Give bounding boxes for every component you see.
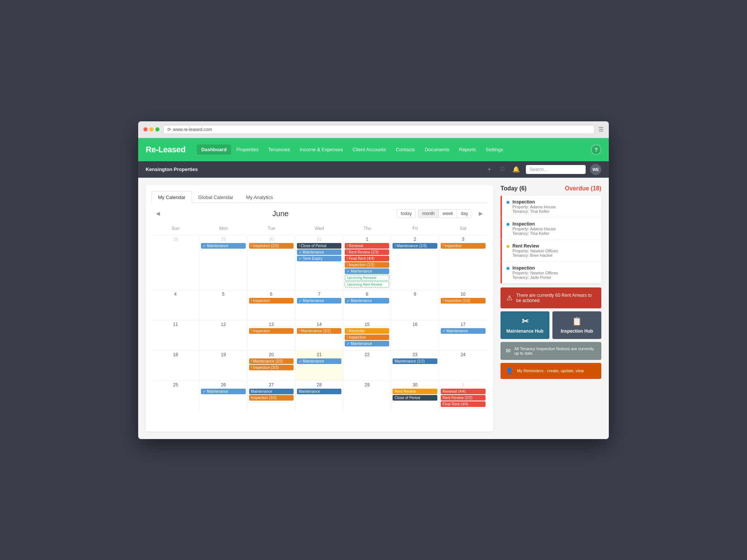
overdue-count[interactable]: Overdue (18) <box>565 185 601 192</box>
event-jun1-maintenance[interactable]: ✓ Maintenance <box>345 268 389 274</box>
event-jun15-reminder[interactable]: ! Reminder <box>345 328 389 334</box>
cal-cell-may28[interactable]: 28 <box>152 235 199 290</box>
help-button[interactable]: ? <box>591 144 601 155</box>
event-jun7-maintenance[interactable]: ✓ Maintenance <box>297 298 341 304</box>
heart-icon[interactable]: ♡ <box>498 164 506 174</box>
event-jun15-inspection[interactable]: ! Inspection <box>345 335 389 340</box>
cal-cell-jun21[interactable]: 21 ✓ Maintenance <box>295 351 343 380</box>
user-avatar[interactable]: WE <box>590 164 601 175</box>
event-item-3[interactable]: Rent Review Property: Newton Offices Ten… <box>500 240 601 262</box>
address-bar[interactable]: ⟳ www.re-leased.com <box>163 125 595 134</box>
event-may30-inspection[interactable]: ! Inspection (2/2) <box>249 243 294 249</box>
event-jul1-finalrent[interactable]: Final Rent (4/4) <box>441 401 486 407</box>
add-icon[interactable]: ＋ <box>485 164 494 175</box>
event-jun6-inspection[interactable]: ! Inspection <box>249 298 294 304</box>
tab-my-calendar[interactable]: My Calendar <box>152 191 192 203</box>
cal-cell-jun28[interactable]: 28 Maintenance <box>295 381 343 411</box>
event-may29-maintenance[interactable]: ✓ Maintenance <box>201 243 245 249</box>
cal-cell-jun18[interactable]: 18 <box>152 351 199 380</box>
view-day[interactable]: day <box>457 209 472 218</box>
event-jun1-finalrent[interactable]: ! Final Rent (4/4) <box>345 256 389 261</box>
nav-item-contacts[interactable]: Contacts <box>391 144 419 155</box>
cal-cell-may30[interactable]: 30 ! Inspection (2/2) <box>248 235 295 290</box>
bell-icon[interactable]: 🔔 <box>511 164 521 174</box>
cal-cell-may29[interactable]: 29 ✓ Maintenance <box>199 235 247 290</box>
maximize-dot[interactable] <box>155 127 159 131</box>
cal-cell-jun27[interactable]: 27 Maintenance Inspection (3/3) <box>248 381 295 411</box>
event-jun21-maintenance[interactable]: ✓ Maintenance <box>297 358 341 364</box>
view-week[interactable]: week <box>439 209 457 218</box>
event-jun3-inspection[interactable]: ! Inspection <box>441 243 486 249</box>
minimize-dot[interactable] <box>149 127 154 131</box>
cal-cell-jun6[interactable]: 6 ! Inspection <box>248 290 295 320</box>
event-jun20-maintenance[interactable]: ! Maintenance (2/2) <box>249 358 294 364</box>
cal-cell-jun22[interactable]: 22 <box>343 351 391 380</box>
event-jun30-close[interactable]: Close of Period <box>393 395 437 401</box>
nav-item-documents[interactable]: Documents <box>420 144 454 155</box>
nav-item-reports[interactable]: Reports <box>455 144 481 155</box>
cal-cell-jun11[interactable]: 11 <box>152 320 199 350</box>
view-month[interactable]: month <box>418 209 438 218</box>
hamburger-menu[interactable]: ☰ <box>598 126 604 133</box>
rent-arrears-alert[interactable]: ⚠ There are currently 60 Rent Arrears to… <box>500 287 601 308</box>
event-may31-close[interactable]: ! Close of Period <box>297 243 341 249</box>
prev-month-arrow[interactable]: ◄ <box>152 208 164 219</box>
event-jun1-renewal[interactable]: ! Renewal <box>345 243 389 249</box>
event-jul1-renewal[interactable]: Renewal (4/4) <box>441 389 486 394</box>
event-jun1-inspection[interactable]: ! Inspection (2/2) <box>345 262 389 268</box>
event-jun17-maintenance[interactable]: ✓ Maintenance <box>441 328 486 334</box>
cal-cell-jun29[interactable]: 29 <box>343 381 391 411</box>
tab-global-calendar[interactable]: Global Calendar <box>192 191 240 203</box>
tab-my-analytics[interactable]: My Analytics <box>240 191 279 203</box>
cal-cell-jun10[interactable]: 10 ! Inspection (2/2) <box>439 290 487 320</box>
event-jun13-inspection[interactable]: ! Inspection <box>249 328 294 334</box>
cal-cell-jun3[interactable]: 3 ! Inspection <box>439 235 487 290</box>
cal-cell-jun25[interactable]: 25 <box>152 381 199 411</box>
event-jun28-maintenance[interactable]: Maintenance <box>297 389 341 394</box>
event-jun20-inspection[interactable]: ! Inspection (3/3) <box>249 365 294 370</box>
event-jun10-inspection[interactable]: ! Inspection (2/2) <box>441 298 486 304</box>
cal-cell-jun7[interactable]: 7 ✓ Maintenance <box>295 290 343 320</box>
cal-cell-jun14[interactable]: 14 ! Maintenance (2/2) <box>295 320 343 350</box>
event-jun8-maintenance[interactable]: ✓ Maintenance <box>345 298 389 304</box>
event-jun15-maintenance[interactable]: ✓ Maintenance <box>345 341 389 346</box>
cal-cell-jun20[interactable]: 20 ! Maintenance (2/2) ! Inspection (3/3… <box>248 351 295 380</box>
event-item-4[interactable]: Inspection Property: Newton Offices Tena… <box>500 262 601 284</box>
event-jun23-maintenance[interactable]: Maintenance (1/2) <box>393 358 437 364</box>
event-jun30-rentreview[interactable]: Rent Review <box>393 389 437 394</box>
cal-cell-jun13[interactable]: 13 ! Inspection <box>248 320 295 350</box>
cal-cell-jun24[interactable]: 24 <box>439 351 487 380</box>
today-button[interactable]: today <box>397 209 416 218</box>
reminders-box[interactable]: 👤 My Reminders - create, update, view <box>500 363 601 379</box>
cal-cell-jun15[interactable]: 15 ! Reminder ! Inspection ✓ Maintenance <box>343 320 391 350</box>
cal-cell-jul1[interactable]: 1 Renewal (4/4) Rent Review (2/2) Final … <box>439 381 487 411</box>
cal-cell-may31[interactable]: 31 ! Close of Period ✓ Maintenance ✓ Ter… <box>295 235 343 290</box>
cal-cell-jun30[interactable]: 30 Rent Review Close of Period <box>391 381 439 411</box>
event-jun14-maintenance[interactable]: ! Maintenance (2/2) <box>297 328 341 334</box>
cal-cell-jun23[interactable]: 23 Maintenance (1/2) <box>391 351 439 380</box>
event-item-1[interactable]: Inspection Property: Adams House Tenancy… <box>500 196 601 218</box>
event-may31-term[interactable]: ✓ Term Expiry <box>297 256 341 261</box>
cal-cell-jun5[interactable]: 5 <box>199 290 247 320</box>
cal-cell-jun9[interactable]: 9 <box>391 290 439 320</box>
cal-cell-jun17[interactable]: 17 ✓ Maintenance <box>439 320 487 350</box>
cal-cell-jun8[interactable]: 8 ✓ Maintenance <box>343 290 391 320</box>
nav-item-tenancies[interactable]: Tenancies <box>264 144 295 155</box>
nav-item-dashboard[interactable]: Dashboard <box>197 144 231 155</box>
nav-item-properties[interactable]: Properties <box>232 144 263 155</box>
cal-cell-jun26[interactable]: 26 ✓ Maintenance <box>199 381 247 411</box>
inspection-hub-button[interactable]: 📋 Inspection Hub <box>552 311 601 339</box>
nav-item-income[interactable]: Income & Expenses <box>295 144 347 155</box>
cal-cell-jun19[interactable]: 19 <box>199 351 247 380</box>
search-box[interactable]: Search... <box>526 165 586 174</box>
event-jun26-maintenance[interactable]: ✓ Maintenance <box>201 389 245 394</box>
nav-item-settings[interactable]: Settings <box>481 144 508 155</box>
cal-cell-jun12[interactable]: 12 <box>199 320 247 350</box>
cal-cell-jun16[interactable]: 16 <box>391 320 439 350</box>
event-jun1-rentreview[interactable]: ! Rent Review (2/3) <box>345 249 389 255</box>
event-jun27-maintenance[interactable]: Maintenance <box>249 389 294 394</box>
event-jul1-rentreview[interactable]: Rent Review (2/2) <box>441 395 486 401</box>
maintenance-hub-button[interactable]: ✂ Maintenance Hub <box>500 311 549 339</box>
event-may31-maintenance[interactable]: ✓ Maintenance <box>297 249 341 255</box>
cal-cell-jun1[interactable]: 1 ! Renewal ! Rent Review (2/3) ! Final … <box>343 235 391 290</box>
